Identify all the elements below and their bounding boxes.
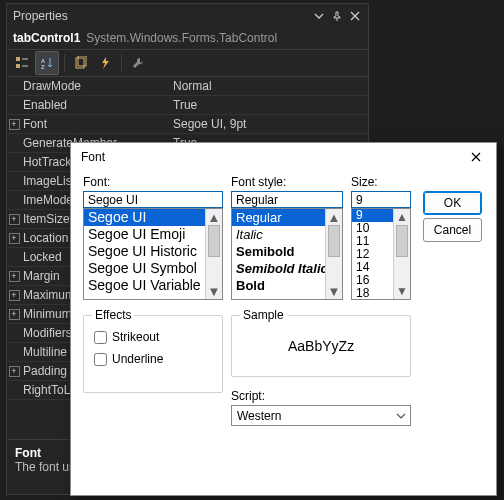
properties-title: Properties bbox=[13, 9, 310, 23]
scroll-up-icon[interactable]: ▲ bbox=[394, 209, 410, 225]
effects-label: Effects bbox=[92, 308, 134, 322]
dialog-title: Font bbox=[81, 150, 462, 164]
expand-gutter bbox=[7, 381, 21, 399]
expand-icon[interactable]: + bbox=[9, 309, 20, 320]
style-label: Font style: bbox=[231, 175, 286, 189]
svg-rect-0 bbox=[16, 57, 20, 61]
script-label: Script: bbox=[231, 389, 265, 403]
dialog-close-button[interactable] bbox=[462, 146, 490, 168]
expand-gutter bbox=[7, 248, 21, 266]
list-item[interactable]: Segoe UI Symbol bbox=[84, 260, 222, 277]
expand-gutter[interactable]: + bbox=[7, 286, 21, 304]
svg-rect-1 bbox=[16, 64, 20, 68]
font-label: Font: bbox=[83, 175, 110, 189]
list-item[interactable]: Segoe UI bbox=[84, 209, 222, 226]
list-item[interactable]: Segoe UI Emoji bbox=[84, 226, 222, 243]
sample-label: Sample bbox=[240, 308, 287, 322]
property-row[interactable]: +FontSegoe UI, 9pt bbox=[7, 115, 368, 134]
object-selector[interactable]: tabControl1 System.Windows.Forms.TabCont… bbox=[7, 26, 368, 49]
expand-gutter bbox=[7, 343, 21, 361]
expand-icon[interactable]: + bbox=[9, 290, 20, 301]
cancel-button[interactable]: Cancel bbox=[423, 218, 482, 242]
scroll-thumb[interactable] bbox=[208, 225, 220, 257]
expand-gutter[interactable]: + bbox=[7, 115, 21, 133]
list-item[interactable]: Segoe UI Historic bbox=[84, 243, 222, 260]
style-list[interactable]: RegularItalicSemiboldSemibold ItalicBold… bbox=[231, 208, 343, 300]
expand-gutter[interactable]: + bbox=[7, 267, 21, 285]
dropdown-icon[interactable] bbox=[310, 8, 328, 24]
script-value: Western bbox=[232, 409, 392, 423]
strikeout-input[interactable] bbox=[94, 331, 107, 344]
close-icon[interactable] bbox=[346, 8, 364, 24]
scroll-down-icon[interactable]: ▼ bbox=[394, 283, 410, 299]
effects-group: Effects Strikeout Underline bbox=[83, 315, 223, 393]
property-value[interactable]: Normal bbox=[169, 77, 368, 95]
property-name: DrawMode bbox=[21, 77, 169, 95]
sample-group: Sample AaBbYyZz bbox=[231, 315, 411, 377]
property-value[interactable]: Segoe UI, 9pt bbox=[169, 115, 368, 133]
strikeout-checkbox[interactable]: Strikeout bbox=[94, 330, 159, 344]
font-input[interactable] bbox=[83, 191, 223, 208]
property-pages-button[interactable] bbox=[70, 52, 92, 74]
expand-gutter bbox=[7, 172, 21, 190]
scrollbar[interactable]: ▲ ▼ bbox=[205, 209, 222, 299]
size-input[interactable] bbox=[351, 191, 411, 208]
property-name: Font bbox=[21, 115, 169, 133]
property-row[interactable]: EnabledTrue bbox=[7, 96, 368, 115]
size-label: Size: bbox=[351, 175, 378, 189]
font-dialog: Font Font: Segoe UISegoe UI EmojiSegoe U… bbox=[70, 142, 497, 496]
categorized-button[interactable] bbox=[11, 52, 33, 74]
expand-gutter[interactable]: + bbox=[7, 229, 21, 247]
size-list[interactable]: 9101112141618 ▲ ▼ bbox=[351, 208, 411, 300]
expand-gutter[interactable]: + bbox=[7, 210, 21, 228]
properties-toolbar: AZ bbox=[7, 49, 368, 77]
alphabetical-button[interactable]: AZ bbox=[35, 51, 59, 75]
properties-titlebar[interactable]: Properties bbox=[7, 4, 368, 26]
strikeout-label: Strikeout bbox=[112, 330, 159, 344]
scroll-up-icon[interactable]: ▲ bbox=[206, 209, 222, 225]
scroll-down-icon[interactable]: ▼ bbox=[206, 283, 222, 299]
underline-input[interactable] bbox=[94, 353, 107, 366]
pin-icon[interactable] bbox=[328, 8, 346, 24]
style-input[interactable] bbox=[231, 191, 343, 208]
svg-text:Z: Z bbox=[41, 64, 45, 70]
expand-gutter bbox=[7, 324, 21, 342]
object-name: tabControl1 bbox=[13, 31, 80, 45]
list-item[interactable]: Segoe UI Variable bbox=[84, 277, 222, 294]
expand-gutter[interactable]: + bbox=[7, 305, 21, 323]
wrench-button[interactable] bbox=[127, 52, 149, 74]
scroll-down-icon[interactable]: ▼ bbox=[326, 283, 342, 299]
object-type: System.Windows.Forms.TabControl bbox=[86, 31, 277, 45]
font-list[interactable]: Segoe UISegoe UI EmojiSegoe UI HistoricS… bbox=[83, 208, 223, 300]
expand-gutter bbox=[7, 153, 21, 171]
expand-icon[interactable]: + bbox=[9, 271, 20, 282]
property-row[interactable]: DrawModeNormal bbox=[7, 77, 368, 96]
expand-gutter bbox=[7, 77, 21, 95]
expand-gutter bbox=[7, 191, 21, 209]
expand-icon[interactable]: + bbox=[9, 366, 20, 377]
events-button[interactable] bbox=[94, 52, 116, 74]
property-name: Enabled bbox=[21, 96, 169, 114]
scroll-thumb[interactable] bbox=[396, 225, 408, 257]
expand-gutter bbox=[7, 134, 21, 152]
chevron-down-icon bbox=[392, 411, 410, 421]
expand-icon[interactable]: + bbox=[9, 233, 20, 244]
property-value[interactable]: True bbox=[169, 96, 368, 114]
expand-gutter[interactable]: + bbox=[7, 362, 21, 380]
underline-label: Underline bbox=[112, 352, 163, 366]
expand-icon[interactable]: + bbox=[9, 119, 20, 130]
expand-icon[interactable]: + bbox=[9, 214, 20, 225]
underline-checkbox[interactable]: Underline bbox=[94, 352, 163, 366]
scrollbar[interactable]: ▲ ▼ bbox=[325, 209, 342, 299]
sample-text: AaBbYyZz bbox=[288, 338, 354, 354]
scroll-thumb[interactable] bbox=[328, 225, 340, 257]
dialog-titlebar[interactable]: Font bbox=[71, 143, 496, 171]
expand-gutter bbox=[7, 96, 21, 114]
ok-button[interactable]: OK bbox=[423, 191, 482, 215]
scrollbar[interactable]: ▲ ▼ bbox=[393, 209, 410, 299]
scroll-up-icon[interactable]: ▲ bbox=[326, 209, 342, 225]
script-combo[interactable]: Western bbox=[231, 405, 411, 426]
